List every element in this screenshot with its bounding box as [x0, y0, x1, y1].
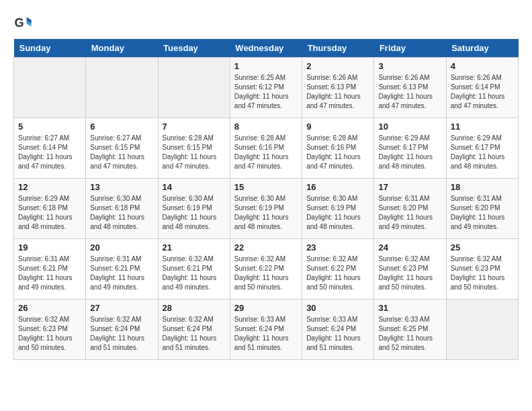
day-info: Sunrise: 6:26 AM Sunset: 6:14 PM Dayligh… [451, 73, 514, 111]
day-number: 15 [234, 182, 298, 192]
week-row-4: 26Sunrise: 6:32 AM Sunset: 6:23 PM Dayli… [14, 300, 519, 360]
day-number: 2 [306, 61, 369, 71]
day-info: Sunrise: 6:29 AM Sunset: 6:17 PM Dayligh… [378, 134, 441, 171]
day-number: 3 [378, 61, 441, 71]
page-header: G [13, 13, 519, 32]
day-info: Sunrise: 6:32 AM Sunset: 6:23 PM Dayligh… [451, 255, 514, 292]
calendar-cell: 31Sunrise: 6:33 AM Sunset: 6:25 PM Dayli… [374, 300, 446, 360]
day-number: 30 [306, 303, 369, 313]
day-number: 1 [234, 61, 298, 71]
calendar-cell [446, 300, 518, 360]
calendar-header-row: SundayMondayTuesdayWednesdayThursdayFrid… [14, 39, 519, 58]
day-header-thursday: Thursday [302, 39, 374, 58]
day-number: 14 [163, 182, 226, 192]
day-info: Sunrise: 6:32 AM Sunset: 6:23 PM Dayligh… [378, 255, 441, 292]
calendar-cell: 29Sunrise: 6:33 AM Sunset: 6:24 PM Dayli… [230, 300, 302, 360]
day-number: 31 [378, 303, 441, 313]
day-info: Sunrise: 6:30 AM Sunset: 6:19 PM Dayligh… [234, 194, 298, 232]
day-header-friday: Friday [374, 39, 446, 58]
calendar-cell: 12Sunrise: 6:29 AM Sunset: 6:18 PM Dayli… [14, 179, 86, 239]
day-number: 26 [18, 303, 81, 313]
day-number: 20 [90, 242, 153, 253]
calendar-cell: 9Sunrise: 6:28 AM Sunset: 6:16 PM Daylig… [302, 118, 374, 179]
day-number: 13 [90, 182, 153, 192]
day-header-saturday: Saturday [446, 39, 518, 58]
day-info: Sunrise: 6:32 AM Sunset: 6:21 PM Dayligh… [163, 255, 226, 292]
day-info: Sunrise: 6:33 AM Sunset: 6:24 PM Dayligh… [306, 315, 369, 353]
logo-icon: G [13, 13, 32, 32]
day-number: 29 [234, 303, 298, 313]
day-number: 16 [306, 182, 369, 192]
day-info: Sunrise: 6:32 AM Sunset: 6:22 PM Dayligh… [306, 255, 369, 292]
week-row-0: 1Sunrise: 6:25 AM Sunset: 6:12 PM Daylig… [14, 58, 519, 118]
day-info: Sunrise: 6:31 AM Sunset: 6:21 PM Dayligh… [90, 255, 153, 292]
day-number: 23 [306, 242, 369, 253]
calendar-cell: 11Sunrise: 6:29 AM Sunset: 6:17 PM Dayli… [446, 118, 518, 179]
day-header-sunday: Sunday [14, 39, 86, 58]
day-info: Sunrise: 6:28 AM Sunset: 6:15 PM Dayligh… [163, 134, 226, 171]
calendar-cell: 17Sunrise: 6:31 AM Sunset: 6:20 PM Dayli… [374, 179, 446, 239]
calendar-cell: 26Sunrise: 6:32 AM Sunset: 6:23 PM Dayli… [14, 300, 86, 360]
day-number: 12 [18, 182, 81, 192]
day-number: 9 [306, 122, 369, 132]
day-info: Sunrise: 6:29 AM Sunset: 6:18 PM Dayligh… [18, 194, 81, 232]
day-number: 24 [378, 242, 441, 253]
day-number: 10 [378, 122, 441, 132]
calendar-cell: 27Sunrise: 6:32 AM Sunset: 6:24 PM Dayli… [86, 300, 158, 360]
calendar-cell: 16Sunrise: 6:30 AM Sunset: 6:19 PM Dayli… [302, 179, 374, 239]
day-info: Sunrise: 6:26 AM Sunset: 6:13 PM Dayligh… [378, 73, 441, 111]
day-info: Sunrise: 6:33 AM Sunset: 6:25 PM Dayligh… [378, 315, 441, 353]
calendar-cell: 24Sunrise: 6:32 AM Sunset: 6:23 PM Dayli… [374, 239, 446, 300]
calendar-cell: 1Sunrise: 6:25 AM Sunset: 6:12 PM Daylig… [230, 58, 302, 118]
calendar-table: SundayMondayTuesdayWednesdayThursdayFrid… [13, 39, 519, 360]
day-info: Sunrise: 6:30 AM Sunset: 6:19 PM Dayligh… [163, 194, 226, 232]
calendar-cell: 10Sunrise: 6:29 AM Sunset: 6:17 PM Dayli… [374, 118, 446, 179]
day-number: 4 [451, 61, 514, 71]
day-info: Sunrise: 6:30 AM Sunset: 6:19 PM Dayligh… [306, 194, 369, 232]
calendar-cell: 22Sunrise: 6:32 AM Sunset: 6:22 PM Dayli… [230, 239, 302, 300]
calendar-cell: 8Sunrise: 6:28 AM Sunset: 6:16 PM Daylig… [230, 118, 302, 179]
day-number: 7 [163, 122, 226, 132]
calendar-cell: 6Sunrise: 6:27 AM Sunset: 6:15 PM Daylig… [86, 118, 158, 179]
calendar-cell: 2Sunrise: 6:26 AM Sunset: 6:13 PM Daylig… [302, 58, 374, 118]
day-info: Sunrise: 6:28 AM Sunset: 6:16 PM Dayligh… [306, 134, 369, 171]
day-info: Sunrise: 6:32 AM Sunset: 6:24 PM Dayligh… [90, 315, 153, 353]
calendar-cell: 28Sunrise: 6:32 AM Sunset: 6:24 PM Dayli… [158, 300, 230, 360]
calendar-cell: 13Sunrise: 6:30 AM Sunset: 6:18 PM Dayli… [86, 179, 158, 239]
week-row-2: 12Sunrise: 6:29 AM Sunset: 6:18 PM Dayli… [14, 179, 519, 239]
day-header-monday: Monday [86, 39, 158, 58]
day-number: 27 [90, 303, 153, 313]
calendar-cell: 25Sunrise: 6:32 AM Sunset: 6:23 PM Dayli… [446, 239, 518, 300]
day-number: 28 [163, 303, 226, 313]
day-info: Sunrise: 6:31 AM Sunset: 6:20 PM Dayligh… [378, 194, 441, 232]
calendar-cell: 14Sunrise: 6:30 AM Sunset: 6:19 PM Dayli… [158, 179, 230, 239]
day-info: Sunrise: 6:31 AM Sunset: 6:20 PM Dayligh… [451, 194, 514, 232]
day-number: 21 [163, 242, 226, 253]
calendar-cell: 3Sunrise: 6:26 AM Sunset: 6:13 PM Daylig… [374, 58, 446, 118]
day-number: 19 [18, 242, 81, 253]
day-number: 18 [451, 182, 514, 192]
calendar-cell: 5Sunrise: 6:27 AM Sunset: 6:14 PM Daylig… [14, 118, 86, 179]
week-row-3: 19Sunrise: 6:31 AM Sunset: 6:21 PM Dayli… [14, 239, 519, 300]
calendar-cell: 20Sunrise: 6:31 AM Sunset: 6:21 PM Dayli… [86, 239, 158, 300]
calendar-cell [14, 58, 86, 118]
day-number: 17 [378, 182, 441, 192]
calendar-cell: 23Sunrise: 6:32 AM Sunset: 6:22 PM Dayli… [302, 239, 374, 300]
day-header-wednesday: Wednesday [230, 39, 302, 58]
day-header-tuesday: Tuesday [158, 39, 230, 58]
calendar-cell [158, 58, 230, 118]
calendar-cell: 18Sunrise: 6:31 AM Sunset: 6:20 PM Dayli… [446, 179, 518, 239]
calendar-cell: 19Sunrise: 6:31 AM Sunset: 6:21 PM Dayli… [14, 239, 86, 300]
logo: G [13, 13, 35, 32]
day-number: 11 [451, 122, 514, 132]
day-number: 25 [451, 242, 514, 253]
calendar-cell: 4Sunrise: 6:26 AM Sunset: 6:14 PM Daylig… [446, 58, 518, 118]
day-info: Sunrise: 6:26 AM Sunset: 6:13 PM Dayligh… [306, 73, 369, 111]
calendar-cell: 21Sunrise: 6:32 AM Sunset: 6:21 PM Dayli… [158, 239, 230, 300]
day-info: Sunrise: 6:33 AM Sunset: 6:24 PM Dayligh… [234, 315, 298, 353]
day-number: 5 [18, 122, 81, 132]
day-number: 8 [234, 122, 298, 132]
week-row-1: 5Sunrise: 6:27 AM Sunset: 6:14 PM Daylig… [14, 118, 519, 179]
day-info: Sunrise: 6:31 AM Sunset: 6:21 PM Dayligh… [18, 255, 81, 292]
day-info: Sunrise: 6:29 AM Sunset: 6:17 PM Dayligh… [451, 134, 514, 171]
